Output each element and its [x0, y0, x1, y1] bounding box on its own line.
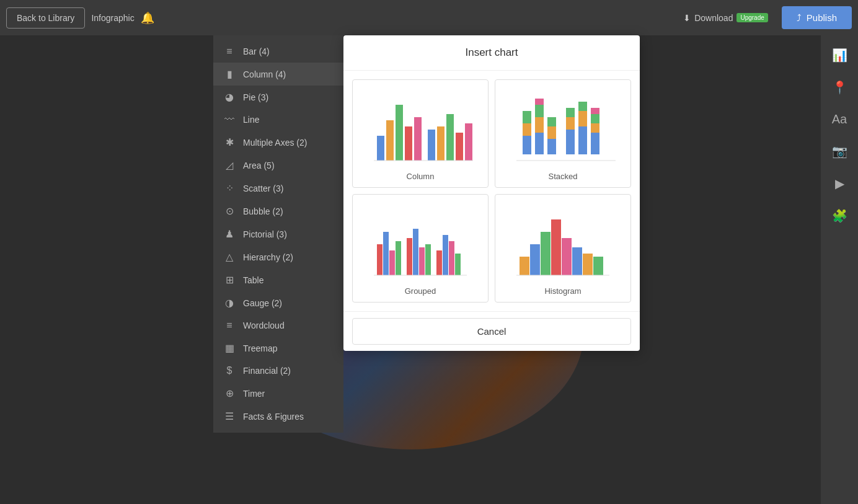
menu-item-pie[interactable]: ◕ Pie (3): [213, 86, 343, 108]
menu-label-hierarchy: Hierarchy (2): [243, 252, 293, 262]
camera-icon[interactable]: 📷: [832, 144, 847, 159]
svg-rect-18: [547, 139, 556, 154]
svg-rect-12: [523, 123, 531, 136]
menu-label-bubble: Bubble (2): [243, 206, 283, 216]
svg-rect-25: [578, 111, 587, 126]
treemap-icon: ▦: [223, 342, 236, 354]
bell-icon[interactable]: 🔔: [141, 11, 154, 25]
svg-rect-1: [386, 120, 394, 161]
svg-rect-15: [535, 117, 544, 133]
menu-label-timer: Timer: [243, 389, 265, 399]
topbar-left: Back to Library Infographic 🔔: [6, 7, 154, 29]
svg-rect-34: [389, 250, 395, 275]
cancel-button[interactable]: Cancel: [352, 318, 631, 345]
svg-rect-4: [414, 117, 422, 161]
menu-item-pictorial[interactable]: ♟ Pictorial (3): [213, 223, 343, 245]
svg-rect-48: [551, 219, 561, 275]
chart-option-grouped[interactable]: Grouped: [352, 194, 489, 303]
svg-rect-16: [535, 105, 544, 117]
menu-label-line: Line: [243, 115, 259, 125]
menu-item-line[interactable]: 〰 Line: [213, 108, 343, 131]
menu-item-hierarchy[interactable]: △ Hierarchy (2): [213, 245, 343, 268]
chart-option-stacked[interactable]: Stacked: [495, 79, 631, 188]
svg-rect-39: [425, 244, 431, 275]
chart-label-grouped: Grouped: [405, 286, 436, 296]
video-icon[interactable]: ▶: [835, 176, 844, 191]
table-icon: ⊞: [223, 274, 236, 286]
chart-option-histogram[interactable]: Histogram: [495, 194, 631, 303]
dialog-title: Insert chart: [343, 35, 640, 71]
menu-label-bar: Bar (4): [243, 46, 270, 56]
svg-rect-6: [437, 126, 444, 161]
download-button[interactable]: ⬇ Download Upgrade: [676, 8, 776, 28]
menu-item-treemap[interactable]: ▦ Treemap: [213, 337, 343, 360]
menu-label-column: Column (4): [243, 69, 286, 79]
chart-preview-column: [359, 86, 482, 167]
menu-item-wordcloud[interactable]: ≡ Wordcloud: [213, 314, 343, 337]
line-icon: 〰: [223, 114, 236, 125]
timer-icon: ⊕: [223, 387, 236, 399]
column-icon: ▮: [223, 68, 236, 80]
multiple-axes-icon: ✱: [223, 136, 236, 148]
svg-rect-47: [541, 232, 551, 275]
menu-label-wordcloud: Wordcloud: [243, 321, 285, 330]
svg-rect-37: [413, 229, 418, 275]
menu-item-multiple-axes[interactable]: ✱ Multiple Axes (2): [213, 131, 343, 154]
menu-item-facts[interactable]: ☰ Facts & Figures: [213, 405, 343, 428]
chart-type-panel: ≡ Bar (4) ▮ Column (4) ◕ Pie (3) 〰 Line …: [213, 35, 343, 433]
svg-rect-40: [436, 250, 442, 275]
menu-label-area: Area (5): [243, 161, 275, 170]
menu-item-column[interactable]: ▮ Column (4): [213, 63, 343, 86]
map-icon[interactable]: 📍: [832, 80, 847, 95]
svg-rect-29: [591, 114, 599, 123]
menu-item-bar[interactable]: ≡ Bar (4): [213, 40, 343, 63]
menu-item-scatter[interactable]: ⁘ Scatter (3): [213, 177, 343, 200]
share-icon: ⤴: [797, 12, 802, 23]
svg-rect-50: [572, 247, 582, 275]
menu-label-pie: Pie (3): [243, 92, 268, 102]
bar-icon: ≡: [223, 46, 236, 57]
svg-rect-27: [591, 133, 599, 154]
svg-rect-36: [407, 238, 412, 275]
svg-rect-3: [405, 126, 412, 161]
svg-rect-49: [562, 238, 572, 275]
menu-item-table[interactable]: ⊞ Table: [213, 268, 343, 291]
pie-icon: ◕: [223, 91, 236, 103]
svg-rect-41: [443, 235, 448, 275]
svg-rect-28: [591, 123, 599, 133]
area-icon: ◿: [223, 159, 236, 171]
publish-button[interactable]: ⤴ Publish: [782, 6, 852, 29]
menu-item-financial[interactable]: $ Financial (2): [213, 360, 343, 382]
menu-item-area[interactable]: ◿ Area (5): [213, 154, 343, 177]
puzzle-icon[interactable]: 🧩: [832, 208, 847, 223]
insert-chart-dialog: Insert chart: [343, 35, 640, 351]
svg-rect-0: [377, 136, 384, 161]
chart-label-histogram: Histogram: [544, 286, 581, 296]
chart-icon[interactable]: 📊: [832, 48, 847, 63]
svg-rect-7: [446, 114, 454, 161]
chart-label-column: Column: [407, 172, 435, 181]
svg-rect-24: [578, 126, 587, 154]
svg-rect-20: [547, 117, 556, 126]
svg-rect-32: [377, 244, 383, 275]
svg-rect-30: [591, 108, 599, 114]
back-to-library-button[interactable]: Back to Library: [6, 7, 85, 29]
svg-rect-23: [566, 108, 575, 117]
svg-rect-5: [428, 130, 435, 161]
svg-rect-42: [449, 241, 454, 275]
svg-rect-35: [396, 241, 401, 275]
scatter-icon: ⁘: [223, 182, 236, 194]
svg-rect-8: [456, 133, 463, 161]
svg-rect-13: [523, 111, 531, 123]
menu-item-bubble[interactable]: ⊙ Bubble (2): [213, 200, 343, 223]
menu-label-table: Table: [243, 275, 263, 285]
svg-rect-14: [535, 133, 544, 154]
gauge-icon: ◑: [223, 297, 236, 309]
hierarchy-icon: △: [223, 251, 236, 263]
text-icon[interactable]: Aa: [832, 112, 847, 126]
chart-option-column[interactable]: Column: [352, 79, 489, 188]
chart-label-stacked: Stacked: [549, 172, 578, 181]
menu-item-timer[interactable]: ⊕ Timer: [213, 382, 343, 405]
menu-label-multiple-axes: Multiple Axes (2): [243, 138, 307, 148]
menu-item-gauge[interactable]: ◑ Gauge (2): [213, 291, 343, 314]
